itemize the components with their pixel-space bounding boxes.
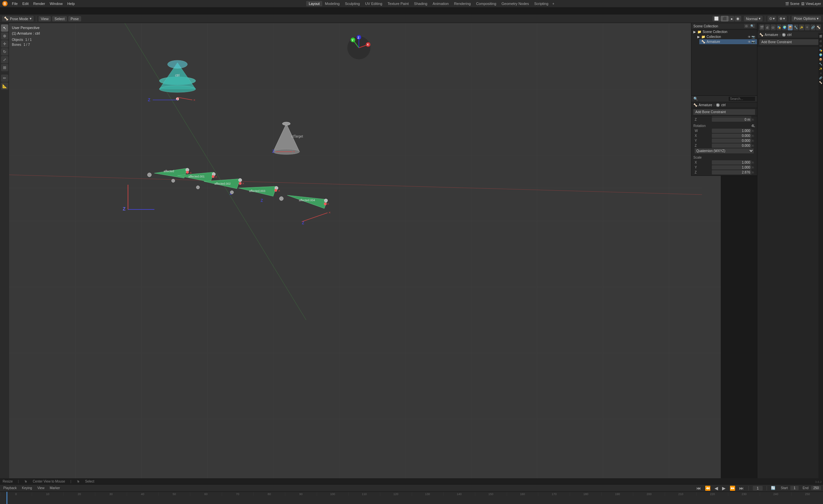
- scene-collection-item[interactable]: ▶ 📁 Scene Collection: [691, 29, 757, 34]
- prop-vert-icon-4[interactable]: 🎭: [818, 48, 823, 52]
- rot-w-copy-icon[interactable]: ⎘: [752, 129, 754, 133]
- menu-render[interactable]: Render: [31, 1, 47, 6]
- rot-y-copy-icon[interactable]: ⎘: [752, 139, 754, 143]
- scale-x-copy-icon[interactable]: ⎘: [752, 161, 754, 164]
- physics-props-btn[interactable]: ⚛: [805, 24, 810, 30]
- cache-icon[interactable]: 🔄: [771, 486, 776, 490]
- prop-vert-icon-2[interactable]: 🖨: [819, 39, 823, 43]
- solid-btn[interactable]: ⬛: [721, 16, 729, 21]
- render-icon[interactable]: 📷: [752, 35, 755, 39]
- render-icon-arm[interactable]: 📷: [752, 40, 755, 43]
- shading-mode-dropdown[interactable]: Normal ▾: [744, 16, 762, 21]
- outliner-search-btn[interactable]: 🔍: [750, 24, 755, 28]
- end-frame-input[interactable]: 250: [811, 486, 821, 490]
- annotate-tool[interactable]: ✏: [1, 74, 8, 82]
- workspace-tab-shading[interactable]: Shading: [412, 1, 430, 6]
- particles-props-btn[interactable]: ✨: [799, 24, 804, 30]
- collection-item[interactable]: ▶ 📁 Collection 👁 📷: [695, 34, 757, 39]
- prop-vert-icon-3[interactable]: 🗂: [819, 43, 823, 48]
- rot-x-val[interactable]: 0.000: [712, 134, 752, 138]
- modifier-props-btn[interactable]: 🔧: [793, 24, 798, 30]
- rot-mode-dropdown[interactable]: Quaternion (WXYZ): [695, 148, 754, 153]
- scale-z-val[interactable]: 2.876: [712, 170, 752, 174]
- prop-vert-icon-5[interactable]: 🌍: [818, 53, 823, 57]
- jump-end-btn[interactable]: ⏭: [738, 486, 745, 491]
- prop-vert-icon-8[interactable]: ✨: [818, 66, 823, 71]
- workspace-tab-compositing[interactable]: Compositing: [473, 1, 499, 6]
- workspace-tab-texture[interactable]: Texture Paint: [385, 1, 412, 6]
- outliner-filter-btn[interactable]: ⊙: [744, 24, 749, 28]
- scale-y-copy-icon[interactable]: ⎘: [752, 166, 754, 169]
- workspace-tab-modeling[interactable]: Modeling: [322, 1, 342, 6]
- keying-tab[interactable]: Keying: [21, 486, 34, 491]
- main-viewport[interactable]: Z ctrl Z × ctTarget Z ×: [9, 23, 721, 484]
- start-frame-input[interactable]: 1: [790, 486, 799, 490]
- add-bone-constraint-btn[interactable]: Add Bone Constraint: [693, 109, 755, 115]
- mode-switcher[interactable]: 🦴 Pose Mode ▾: [2, 16, 34, 21]
- menu-help[interactable]: Help: [65, 1, 77, 6]
- world-props-btn[interactable]: 🌍: [782, 24, 787, 30]
- rot-y-val[interactable]: 0.000: [712, 139, 752, 143]
- scene-props-btn[interactable]: 🎭: [777, 24, 782, 30]
- material-btn[interactable]: ●: [729, 16, 734, 21]
- data-props-btn[interactable]: 🦴: [816, 24, 821, 30]
- workspace-tab-geometry[interactable]: Geometry Nodes: [499, 1, 531, 6]
- pose-options-btn[interactable]: Pose Options ▾: [792, 16, 821, 21]
- scale-tool[interactable]: ⤢: [1, 56, 8, 63]
- select-tool[interactable]: ↖: [1, 24, 8, 32]
- scale-y-val[interactable]: 1.000: [712, 165, 752, 170]
- scene-selector[interactable]: 🎬 Scene: [785, 2, 799, 6]
- view-btn[interactable]: View: [39, 16, 51, 21]
- scale-x-val[interactable]: 1.000: [712, 160, 752, 165]
- rot-z-copy-icon[interactable]: ⎘: [752, 144, 754, 147]
- current-frame-display[interactable]: 1: [753, 486, 763, 491]
- bc-search-icon[interactable]: 🔍: [693, 97, 698, 101]
- pose-btn[interactable]: Pose: [68, 16, 81, 21]
- play-reverse-btn[interactable]: ◀: [714, 486, 719, 491]
- view-layer-props-btn[interactable]: 🗂: [771, 24, 776, 30]
- constraints-props-btn[interactable]: 🔗: [810, 24, 815, 30]
- workspace-tab-scripting[interactable]: Scripting: [531, 1, 551, 6]
- playback-tab[interactable]: Playback: [2, 486, 18, 491]
- view-tab-tl[interactable]: View: [36, 486, 46, 491]
- prop-vert-icon-6[interactable]: 📦: [818, 57, 823, 62]
- overlay-btn[interactable]: ⊙▾: [768, 16, 777, 21]
- render-props-btn[interactable]: 🎬: [759, 24, 764, 30]
- marker-tab[interactable]: Marker: [48, 486, 61, 491]
- eye-icon-arm[interactable]: 👁: [748, 40, 751, 43]
- transform-tool[interactable]: ⊞: [1, 64, 8, 71]
- measure-tool[interactable]: 📐: [1, 82, 8, 90]
- viewlayer-selector[interactable]: 🖼 ViewLayer: [801, 2, 821, 6]
- bc-ctrl-label[interactable]: ctrl: [721, 103, 725, 107]
- timeline-track[interactable]: 0 10 20 30 40 50 60 70 80 90 100 110 120…: [0, 492, 823, 504]
- menu-edit[interactable]: Edit: [20, 1, 31, 6]
- prop-vert-icon-9[interactable]: ⚛: [819, 71, 823, 75]
- workspace-tab-uv[interactable]: UV Editing: [362, 1, 385, 6]
- gizmo-btn[interactable]: ⊕▾: [778, 16, 787, 21]
- menu-file[interactable]: File: [10, 1, 20, 6]
- workspace-tab-sculpting[interactable]: Sculpting: [342, 1, 362, 6]
- move-tool[interactable]: ✛: [1, 40, 8, 47]
- rotate-tool[interactable]: ↻: [1, 48, 8, 55]
- rot-x-copy-icon[interactable]: ⎘: [752, 134, 754, 138]
- prop-vert-icon-11[interactable]: 🦴: [818, 80, 823, 85]
- loc-z-copy-icon[interactable]: ⎘: [752, 118, 754, 121]
- play-btn[interactable]: ▶: [721, 486, 726, 491]
- prop-vert-icon-7[interactable]: 🔧: [818, 62, 823, 66]
- eye-icon[interactable]: 👁: [748, 35, 751, 39]
- timeline-playhead[interactable]: [7, 492, 7, 504]
- next-keyframe-btn[interactable]: ⏩: [729, 486, 736, 491]
- output-props-btn[interactable]: 🖨: [765, 24, 770, 30]
- cursor-tool[interactable]: ⊕: [1, 32, 8, 40]
- prop-vert-icon-10[interactable]: 🔗: [818, 76, 823, 80]
- workspace-tab-add[interactable]: +: [551, 1, 555, 6]
- wireframe-btn[interactable]: ⬜: [712, 16, 720, 21]
- scale-z-copy-icon[interactable]: ⎘: [752, 171, 754, 174]
- jump-start-btn[interactable]: ⏮: [696, 486, 702, 491]
- workspace-tab-rendering[interactable]: Rendering: [451, 1, 473, 6]
- menu-window[interactable]: Window: [48, 1, 65, 6]
- workspace-tab-layout[interactable]: Layout: [306, 1, 322, 6]
- bc-armature-label[interactable]: Armature: [699, 103, 712, 107]
- rot-w-val[interactable]: 1.000: [712, 129, 752, 133]
- add-bone-constraint-main-btn[interactable]: Add Bone Constraint: [759, 39, 821, 45]
